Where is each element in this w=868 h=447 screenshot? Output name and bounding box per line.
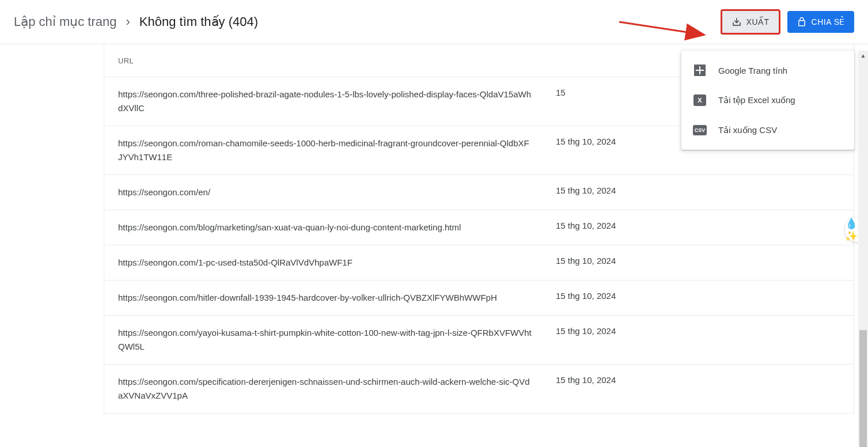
scrollbar[interactable]: ▲ [858,51,868,447]
url-cell: https://seongon.com/specification-dererj… [118,375,556,403]
column-header-url[interactable]: URL [118,56,707,65]
breadcrumb-current: Không tìm thấy (404) [139,14,258,29]
scrollbar-thumb[interactable] [859,330,867,447]
date-cell: 15 thg 10, 2024 [556,185,688,195]
chevron-right-icon: › [126,14,130,29]
url-cell: https://seongon.com/three-polished-brazi… [118,88,556,115]
date-cell: 15 thg 10, 2024 [556,221,688,230]
scrollbar-up-icon[interactable]: ▲ [858,51,868,60]
export-excel-label: Tải tệp Excel xuống [718,95,795,105]
export-csv[interactable]: CSV Tải xuống CSV [681,115,854,145]
url-cell: https://seongon.com/en/ [118,185,556,199]
download-icon [731,17,742,27]
csv-icon: CSV [693,123,707,137]
date-cell: 15 thg 10, 2024 [556,326,688,336]
date-cell: 15 thg 10, 2024 [556,256,688,266]
url-cell: https://seongon.com/1-pc-used-tsta50d-Ql… [118,256,556,270]
breadcrumb-parent[interactable]: Lập chỉ mục trang [14,14,117,29]
export-button[interactable]: XUẤT [721,9,780,35]
date-cell: 15 thg 10, 2024 [556,375,688,385]
export-csv-label: Tải xuống CSV [718,125,777,135]
sheets-icon [693,63,707,77]
table-row[interactable]: https://seongon.com/en/ 15 thg 10, 2024 [104,175,854,210]
share-button[interactable]: CHIA SẺ [787,11,854,33]
table-row[interactable]: https://seongon.com/specification-dererj… [104,364,854,413]
export-button-label: XUẤT [746,17,770,26]
excel-icon: X [693,93,707,107]
url-cell: https://seongon.com/yayoi-kusama-t-shirt… [118,326,556,354]
url-cell: https://seongon.com/hitler-downfall-1939… [118,291,556,305]
export-sheets-label: Google Trang tính [718,66,787,75]
table-row[interactable]: https://seongon.com/1-pc-used-tsta50d-Ql… [104,245,854,280]
table-row[interactable]: https://seongon.com/hitler-downfall-1939… [104,280,854,315]
url-cell: https://seongon.com/roman-chamomile-seed… [118,137,556,164]
page-header: Lập chỉ mục trang › Không tìm thấy (404)… [0,0,868,44]
date-cell: 15 thg 10, 2024 [556,137,688,146]
export-dropdown: Google Trang tính X Tải tệp Excel xuống … [681,51,854,150]
header-actions: XUẤT CHIA SẺ [721,9,854,35]
table-row[interactable]: https://seongon.com/yayoi-kusama-t-shirt… [104,315,854,364]
date-cell: 15 thg 10, 2024 [556,291,688,301]
url-cell: https://seongon.com/blog/marketing/san-x… [118,221,556,234]
breadcrumb: Lập chỉ mục trang › Không tìm thấy (404) [14,14,258,29]
date-cell: 15 [556,88,688,97]
table-row[interactable]: https://seongon.com/blog/marketing/san-x… [104,210,854,245]
lock-icon [797,17,807,27]
export-excel[interactable]: X Tải tệp Excel xuống [681,85,854,115]
share-button-label: CHIA SẺ [812,17,845,26]
export-google-sheets[interactable]: Google Trang tính [681,55,854,85]
